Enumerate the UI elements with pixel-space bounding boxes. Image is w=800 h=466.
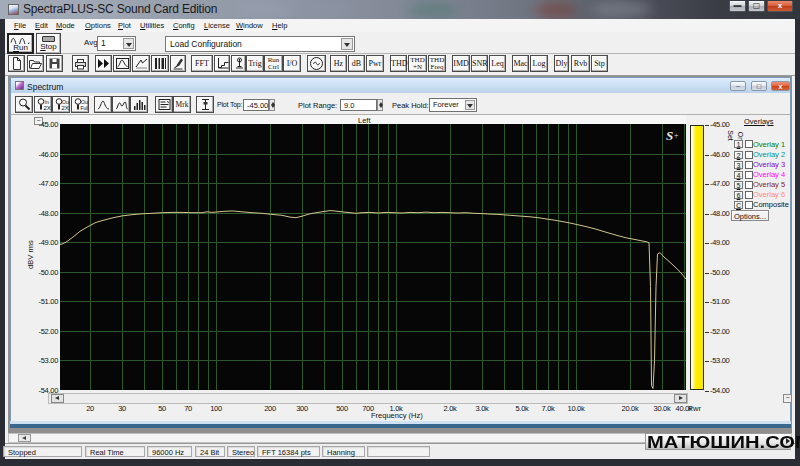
svg-text:Out: Out bbox=[81, 99, 88, 105]
svg-text:2X: 2X bbox=[61, 105, 68, 111]
svg-text:Out: Out bbox=[62, 99, 69, 105]
svg-text:S: S bbox=[666, 128, 673, 143]
svg-text:+: + bbox=[674, 131, 679, 140]
svg-text:In: In bbox=[44, 99, 48, 105]
svg-text:2X: 2X bbox=[43, 105, 50, 111]
svg-text:Full: Full bbox=[80, 105, 88, 111]
